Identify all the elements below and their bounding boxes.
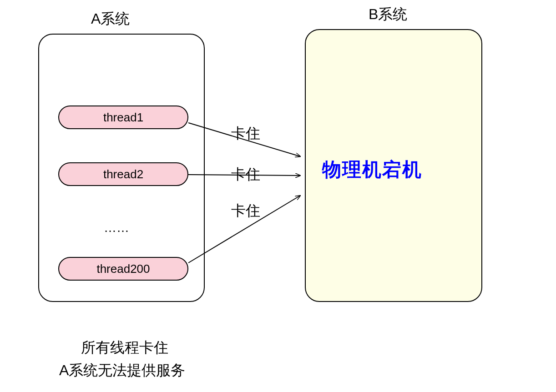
caption-line-2: A系统无法提供服务 — [59, 361, 185, 381]
thread-chip-2: thread2 — [58, 162, 188, 186]
stuck-label-1: 卡住 — [231, 124, 260, 144]
stuck-label-3: 卡住 — [231, 201, 260, 221]
caption-line-1: 所有线程卡住 — [81, 338, 168, 358]
thread-ellipsis: …… — [104, 221, 129, 235]
system-b-status: 物理机宕机 — [322, 157, 422, 182]
thread-chip-200: thread200 — [58, 257, 188, 281]
system-b-title: B系统 — [369, 5, 407, 25]
thread-chip-1: thread1 — [58, 106, 188, 129]
system-a-title: A系统 — [91, 9, 130, 29]
stuck-label-2: 卡住 — [231, 165, 260, 185]
